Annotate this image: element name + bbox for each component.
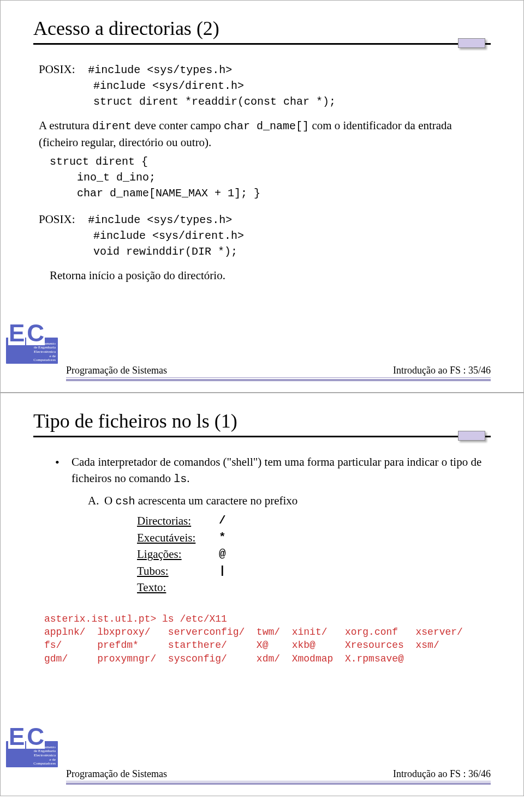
- footer-left: Programação de Sistemas: [66, 768, 167, 780]
- prefix-label-tex: Texto:: [137, 579, 219, 596]
- dept-line-3: Electrotécnica: [8, 754, 56, 758]
- slide-1: Acesso a directorias (2) POSIX: #include…: [0, 0, 524, 393]
- posix-block-1: POSIX: #include <sys/types.h> #include <…: [39, 61, 491, 110]
- footer-line: [66, 379, 491, 381]
- title-accent-box: [458, 38, 485, 48]
- title-underline: [33, 436, 491, 437]
- posix-label: POSIX:: [39, 61, 85, 77]
- footer-line-top: [66, 781, 491, 781]
- prefix-label-dir: Directorias:: [137, 513, 219, 529]
- posix-line-2: POSIX: #include <sys/types.h>: [39, 211, 491, 228]
- prefix-sym-tub: |: [219, 563, 226, 579]
- slide-footer: Programação de Sistemas Introdução ao FS…: [66, 783, 491, 785]
- letter-e: E: [8, 725, 25, 749]
- struct-line-2: ino_t d_ino;: [39, 170, 491, 185]
- badge-letters: E C: [8, 725, 45, 749]
- title-row: Acesso a directorias (2): [33, 17, 491, 40]
- text-b: deve conter campo: [132, 119, 224, 132]
- description-1: A estrutura dirent deve conter campo cha…: [39, 117, 491, 151]
- bullet-text-a: Cada interpretador de comandos ("shell")…: [72, 455, 481, 485]
- footer-line-top: [66, 377, 491, 378]
- badge-letters: E C: [8, 321, 45, 345]
- struct-line-3: char d_name[NAME_MAX + 1]; }: [39, 185, 491, 201]
- slide-content: Cada interpretador de comandos ("shell")…: [33, 454, 491, 665]
- footer-left: Programação de Sistemas: [66, 365, 167, 376]
- prefix-sym-lig: @: [219, 546, 226, 562]
- prefix-row-tub: Tubos: |: [137, 563, 491, 579]
- slide-footer: Programação de Sistemas Introdução ao FS…: [66, 379, 491, 381]
- bullet-dot: .: [187, 472, 189, 485]
- sub-text-a: O: [104, 494, 115, 507]
- posix-block-2: POSIX: #include <sys/types.h> #include <…: [39, 211, 491, 260]
- prefix-label-lig: Ligações:: [137, 546, 219, 562]
- slide-2: Tipo de ficheiros no ls (1) Cada interpr…: [0, 393, 524, 796]
- terminal-output: asterix.ist.utl.pt> ls /etc/X11 applnk/ …: [39, 612, 491, 665]
- struct-block: struct dirent { ino_t d_ino; char d_name…: [39, 154, 491, 201]
- prefix-label-tub: Tubos:: [137, 563, 219, 579]
- code-include-1: #include <sys/types.h>: [88, 64, 232, 76]
- title-row: Tipo de ficheiros no ls (1): [33, 410, 491, 432]
- posix-line-1: POSIX: #include <sys/types.h>: [39, 61, 491, 78]
- bullet-1: Cada interpretador de comandos ("shell")…: [55, 454, 491, 596]
- prefix-row-tex: Texto:: [137, 579, 491, 596]
- letter-c: C: [26, 725, 45, 749]
- code-func-2: void rewinddir(DIR *);: [39, 244, 491, 260]
- code-dirent: dirent: [92, 120, 132, 133]
- bullet-list: Cada interpretador de comandos ("shell")…: [39, 454, 491, 596]
- prefix-sym-dir: /: [219, 513, 226, 529]
- posix-label-2: POSIX:: [39, 211, 85, 227]
- dept-line-5: Computadores: [8, 358, 56, 363]
- title-accent-box: [458, 431, 485, 441]
- letter-c: C: [26, 321, 45, 345]
- struct-line-1: struct dirent {: [39, 154, 491, 170]
- dept-line-5: Computadores: [8, 762, 56, 766]
- code-include-2: #include <sys/dirent.h>: [39, 78, 491, 94]
- dept-line-3: Electrotécnica: [8, 350, 56, 354]
- code-include-3: #include <sys/types.h>: [88, 214, 232, 226]
- prefix-label-exe: Executáveis:: [137, 530, 219, 546]
- footer-right: Introdução ao FS : 35/46: [393, 365, 491, 376]
- title-underline: [33, 43, 491, 45]
- prefix-table: Directorias: / Executáveis: * Ligações: …: [104, 513, 491, 596]
- prefix-row-exe: Executáveis: *: [137, 530, 491, 546]
- footer-row: Programação de Sistemas Introdução ao FS…: [66, 768, 491, 781]
- footer-row: Programação de Sistemas Introdução ao FS…: [66, 365, 491, 377]
- prefix-row-dir: Directorias: /: [137, 513, 491, 529]
- sub-text-b: acrescenta um caractere no prefixo: [135, 494, 297, 507]
- slide-title: Tipo de ficheiros no ls (1): [33, 410, 237, 432]
- code-include-4: #include <sys/dirent.h>: [39, 228, 491, 244]
- text-a: A estrutura: [39, 119, 92, 132]
- footer-line: [66, 783, 491, 785]
- description-2: Retorna início a posição do directório.: [39, 267, 491, 284]
- code-func-1: struct dirent *readdir(const char *);: [39, 94, 491, 110]
- slide-content: POSIX: #include <sys/types.h> #include <…: [33, 61, 491, 284]
- slide-title: Acesso a directorias (2): [33, 17, 219, 40]
- code-ls: ls: [174, 473, 187, 485]
- dept-badge: E C Departamento de Engenharia Electroté…: [6, 338, 58, 380]
- sub-list: O csh acrescenta um caractere no prefixo…: [72, 492, 491, 596]
- letter-e: E: [8, 321, 25, 345]
- prefix-sym-exe: *: [219, 530, 226, 546]
- footer-right: Introdução ao FS : 36/46: [393, 768, 491, 780]
- code-dname: char d_name[]: [224, 120, 309, 133]
- dept-badge: E C Departamento de Engenharia Electroté…: [6, 741, 58, 784]
- code-csh: csh: [115, 495, 135, 508]
- sub-item-a: O csh acrescenta um caractere no prefixo…: [88, 492, 491, 596]
- prefix-row-lig: Ligações: @: [137, 546, 491, 562]
